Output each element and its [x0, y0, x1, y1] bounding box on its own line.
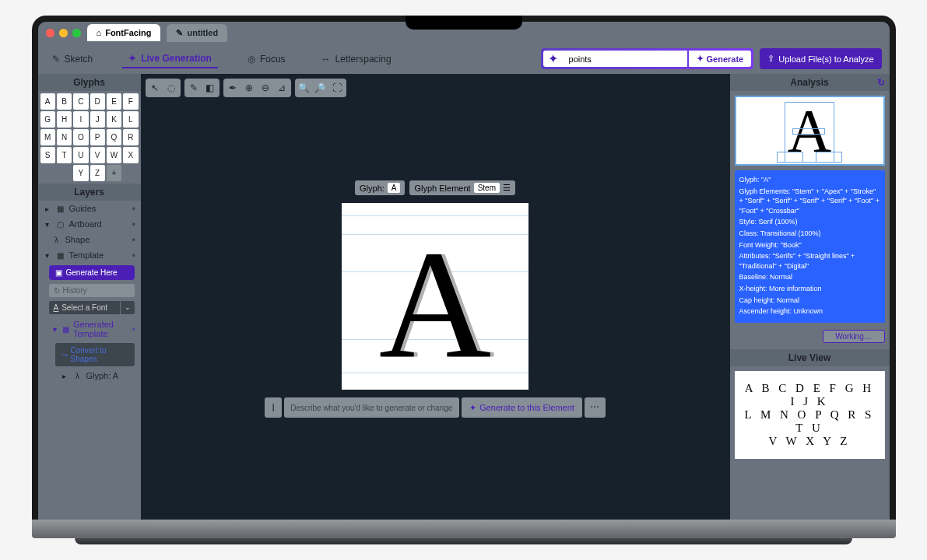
visibility-icon[interactable]: ● [132, 325, 135, 333]
artboard-icon: ▢ [56, 220, 65, 229]
history-icon[interactable]: ↻ [877, 77, 885, 88]
glyph-cell-b[interactable]: B [57, 93, 72, 110]
visibility-icon[interactable]: ● [132, 236, 135, 243]
prompt-input[interactable] [284, 397, 459, 418]
more-options-button[interactable]: ⋯ [585, 397, 606, 418]
mode-focus[interactable]: ◎ Focus [241, 51, 292, 68]
generate-button[interactable]: ✦ Generate [689, 51, 752, 67]
close-window-button[interactable] [46, 29, 54, 37]
mode-sketch[interactable]: ✎ Sketch [46, 51, 100, 68]
font-select[interactable]: A Select a Font [49, 301, 120, 314]
generate-input[interactable] [563, 51, 687, 67]
generate-to-element-button[interactable]: ✦ Generate to this Element [462, 397, 582, 418]
convert-to-shapes-button[interactable]: ⤳ Convert to Shapes [55, 343, 135, 366]
glyph-cell-a[interactable]: A [40, 93, 55, 110]
tool-eraser[interactable]: ◧ [202, 80, 218, 96]
gen-elem-label: Generate to this Element [479, 403, 574, 412]
glyph-cell-d[interactable]: D [90, 93, 105, 110]
glyph-cell-z[interactable]: Z [90, 165, 105, 181]
element-chip-label: Glyph Element [414, 184, 470, 193]
glyph-cell-w[interactable]: W [107, 147, 121, 163]
analysis-line: Ascender height: Unknown [739, 306, 880, 317]
add-glyph-button[interactable]: + [107, 165, 121, 181]
glyph-foreground: A [379, 215, 491, 390]
sparkle-icon: ✦ [543, 51, 563, 66]
tool-marquee[interactable]: ◌ [163, 80, 179, 96]
tool-remove-point[interactable]: ⊖ [258, 80, 273, 96]
visibility-icon[interactable]: ● [132, 251, 135, 259]
glyph-cell-o[interactable]: O [73, 129, 88, 145]
glyph-cell-x[interactable]: X [123, 147, 138, 163]
mode-letterspacing[interactable]: ↔ Letterspacing [315, 51, 398, 68]
glyph-cell-n[interactable]: N [57, 129, 72, 145]
convert-icon: ⤳ [61, 351, 68, 359]
element-chip[interactable]: Glyph Element Stem ☰ [409, 180, 515, 195]
letterspacing-icon: ↔ [321, 54, 331, 65]
history-button[interactable]: ↻ History [49, 284, 135, 297]
glyph-cell-j[interactable]: J [90, 111, 105, 128]
tab-home[interactable]: ⌂ FontFacing [87, 24, 161, 41]
tab-document[interactable]: ✎ untitled [167, 24, 227, 42]
mode-live-generation[interactable]: ✦ Live Generation [122, 50, 218, 68]
glyph-cell-p[interactable]: P [90, 129, 105, 145]
glyphs-panel-header: Glyphs [38, 74, 141, 91]
font-select-dropdown[interactable]: ⌄ [121, 301, 135, 314]
layer-guides[interactable]: ▸ ▦ Guides ● [38, 201, 141, 216]
visibility-icon[interactable]: ● [132, 205, 135, 212]
glyph-cell-t[interactable]: T [57, 147, 72, 163]
layer-label: Generated Template [73, 320, 128, 338]
minimize-window-button[interactable] [59, 29, 68, 37]
analysis-details: Glyph: "A" Glyph Elements: "Stem" + "Ape… [735, 170, 885, 323]
mode-focus-label: Focus [260, 54, 286, 65]
tool-pen[interactable]: ✒ [225, 80, 241, 96]
target-icon: ◎ [248, 54, 255, 65]
layer-generated-template[interactable]: ▾ ▦ Generated Template ● [38, 317, 141, 341]
tool-pencil[interactable]: ✎ [186, 80, 202, 96]
glyph-cell-l[interactable]: L [123, 111, 138, 128]
analysis-line: X-height: More information [739, 284, 880, 294]
layer-glyph-a[interactable]: ▸ λ Glyph: A [38, 368, 141, 383]
generate-here-button[interactable]: ▣ Generate Here [49, 265, 135, 280]
tab-doc-label: untitled [187, 28, 218, 37]
maximize-window-button[interactable] [72, 29, 81, 37]
layer-template[interactable]: ▾ ▦ Template ● [38, 247, 141, 263]
analysis-thumbnail[interactable]: A [735, 96, 885, 166]
glyph-cell-u[interactable]: U [73, 147, 88, 163]
tool-select[interactable]: ↖ [147, 80, 163, 96]
tool-add-point[interactable]: ⊕ [241, 80, 257, 96]
glyph-cell-v[interactable]: V [90, 147, 105, 163]
glyph-cell-i[interactable]: I [73, 111, 88, 128]
analysis-line: Glyph: "A" [739, 175, 880, 185]
element-chip-value: Stem [474, 183, 500, 193]
glyph-cell-c[interactable]: C [73, 93, 88, 110]
tool-zoom-in[interactable]: 🔍 [297, 80, 312, 96]
tool-convert-point[interactable]: ⊿ [274, 80, 290, 96]
glyph-cell-h[interactable]: H [57, 111, 72, 128]
glyph-cell-f[interactable]: F [123, 93, 138, 110]
glyph-cell-y[interactable]: Y [73, 165, 88, 181]
glyph-cell-q[interactable]: Q [107, 129, 121, 145]
glyph-cell-r[interactable]: R [123, 129, 138, 145]
glyph-cell-s[interactable]: S [40, 147, 55, 163]
glyph-cell-e[interactable]: E [107, 93, 121, 110]
tab-home-label: FontFacing [105, 28, 151, 37]
glyph-cell-g[interactable]: G [40, 111, 55, 128]
history-label: History [63, 286, 87, 295]
analysis-line: Attributes: "Serifs" + "Straight lines" … [739, 251, 880, 271]
upload-button[interactable]: ⇧ Upload File(s) to Analyze [760, 48, 881, 69]
artboard-canvas[interactable]: A A [342, 203, 528, 390]
menu-icon[interactable]: ☰ [503, 183, 511, 193]
glyph-cell-m[interactable]: M [40, 129, 55, 145]
tool-fit[interactable]: ⛶ [329, 80, 345, 96]
glyph-cell-k[interactable]: K [107, 111, 121, 128]
font-icon: A [54, 303, 59, 312]
sparkle-icon: ✦ [469, 403, 476, 413]
layer-shape[interactable]: λ Shape ● [38, 232, 141, 247]
sparkle-icon: ✦ [697, 54, 704, 64]
layer-artboard[interactable]: ▾ ▢ Artboard ● [38, 216, 141, 232]
visibility-icon[interactable]: ● [132, 220, 135, 228]
glyph-chip: Glyph: A [355, 180, 405, 195]
window-controls[interactable] [46, 29, 81, 37]
home-icon: ⌂ [97, 28, 102, 37]
tool-zoom-out[interactable]: 🔎 [313, 80, 328, 96]
